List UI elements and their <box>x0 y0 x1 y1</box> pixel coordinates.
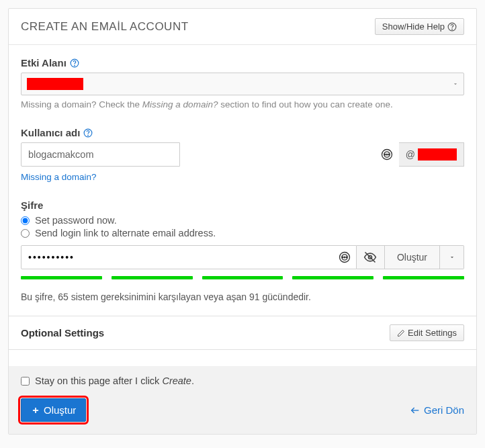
domain-select[interactable] <box>21 73 464 95</box>
generate-options-button[interactable] <box>440 245 464 269</box>
domain-redacted <box>27 78 83 90</box>
password-suggestion-icon[interactable] <box>338 251 351 264</box>
svg-point-10 <box>388 154 390 155</box>
svg-point-3 <box>74 65 75 66</box>
eye-off-icon <box>363 251 377 264</box>
strength-segment <box>21 276 102 279</box>
radio-send-link-input[interactable] <box>21 229 30 238</box>
radio-set-now-input[interactable] <box>21 216 30 225</box>
svg-point-1 <box>452 29 453 30</box>
plus-icon <box>31 406 40 415</box>
strength-segment <box>202 276 283 279</box>
edit-settings-button[interactable]: Edit Settings <box>390 324 464 341</box>
help-button-label: Show/Hide Help <box>382 21 445 32</box>
password-strength-text: Bu şifre, 65 sistem gereksinimini karşıl… <box>21 292 464 302</box>
strength-segment <box>112 276 193 279</box>
username-section: Kullanıcı adı @ Missing a domain? <box>9 115 476 187</box>
password-strength-bar <box>21 276 464 279</box>
password-row: Oluştur <box>21 245 464 269</box>
username-row: @ <box>21 142 464 167</box>
password-section: Şifre Set password now. Send login link … <box>9 187 476 316</box>
missing-domain-link[interactable]: Missing a domain? <box>21 172 97 182</box>
domain-help-icon[interactable] <box>70 58 79 68</box>
radio-set-now[interactable]: Set password now. <box>21 215 464 226</box>
svg-point-13 <box>342 257 343 258</box>
svg-point-8 <box>384 154 386 155</box>
create-email-panel: CREATE AN EMAİL ACCOUNT Show/Hide Help E… <box>8 8 477 435</box>
svg-point-14 <box>344 257 345 258</box>
create-button[interactable]: Oluştur <box>21 398 86 422</box>
radio-send-link[interactable]: Send login link to alternate email addre… <box>21 228 464 238</box>
svg-point-5 <box>88 135 89 136</box>
domain-hint: Missing a domain? Check the Missing a do… <box>21 99 464 109</box>
footer: Stay on this page after I click Create. … <box>9 366 476 434</box>
username-label: Kullanıcı adı <box>21 127 464 138</box>
go-back-link[interactable]: Geri Dön <box>410 404 464 416</box>
username-help-icon[interactable] <box>83 128 93 138</box>
password-label: Şifre <box>21 199 464 211</box>
svg-point-9 <box>386 154 388 155</box>
page-title: CREATE AN EMAİL ACCOUNT <box>21 20 189 34</box>
optional-settings-row: Optional Settings Edit Settings <box>9 316 476 350</box>
addon-redacted <box>418 148 457 161</box>
toggle-visibility-button[interactable] <box>357 245 385 269</box>
strength-segment <box>383 276 464 279</box>
domain-label: Etki Alanı <box>21 57 464 69</box>
caret-down-icon <box>449 254 455 261</box>
domain-addon: @ <box>399 142 464 167</box>
footer-actions: Oluştur Geri Dön <box>21 398 464 422</box>
help-icon <box>447 22 457 32</box>
generate-password-button[interactable]: Oluştur <box>385 245 440 269</box>
stay-on-page-checkbox-row[interactable]: Stay on this page after I click Create. <box>21 375 464 386</box>
show-hide-help-button[interactable]: Show/Hide Help <box>375 18 464 35</box>
stay-on-page-checkbox[interactable] <box>21 377 30 386</box>
optional-settings-title: Optional Settings <box>21 327 104 339</box>
svg-point-15 <box>346 257 347 258</box>
username-input[interactable] <box>21 142 180 167</box>
strength-segment <box>292 276 373 279</box>
password-input[interactable] <box>21 245 357 269</box>
arrow-left-icon <box>410 405 421 416</box>
domain-section: Etki Alanı Missing a domain? Check the M… <box>9 45 476 115</box>
suggestion-icon[interactable] <box>380 148 394 161</box>
pencil-icon <box>397 329 405 337</box>
panel-header: CREATE AN EMAİL ACCOUNT Show/Hide Help <box>9 9 476 45</box>
